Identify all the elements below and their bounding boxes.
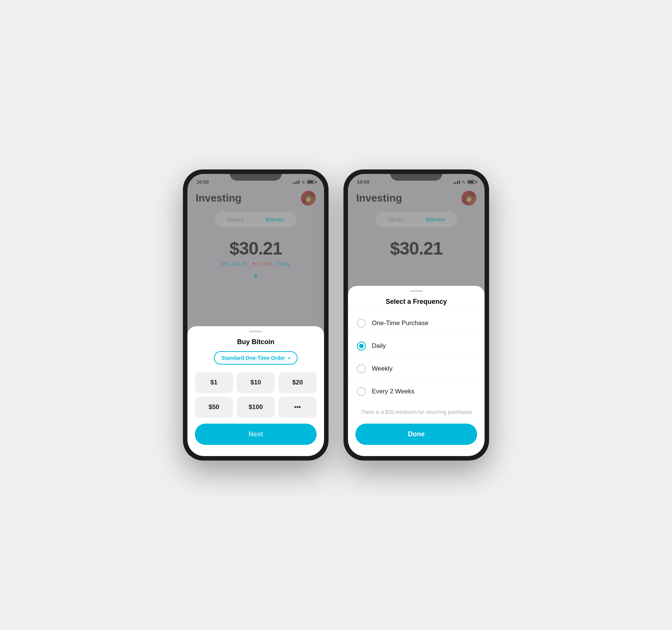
phone-1: 10:00 ∿ Investing bbox=[183, 169, 329, 461]
phone-2: 10:00 ∿ Investing bbox=[343, 169, 489, 461]
freq-label-0: One-Time Purchase bbox=[372, 319, 428, 327]
freq-option-0[interactable]: One-Time Purchase bbox=[348, 312, 485, 335]
amount-btn-4[interactable]: $100 bbox=[237, 397, 275, 418]
freq-title: Select a Frequency bbox=[348, 298, 485, 306]
radio-1 bbox=[357, 341, 366, 350]
radio-3 bbox=[357, 387, 366, 396]
radio-2 bbox=[357, 364, 366, 373]
freq-label-2: Weekly bbox=[372, 365, 392, 372]
freq-option-1[interactable]: Daily bbox=[348, 335, 485, 358]
radio-inner-1 bbox=[359, 344, 364, 348]
order-type-button[interactable]: Standard One-Time Order ▾ bbox=[214, 351, 298, 365]
amount-btn-2[interactable]: $20 bbox=[279, 372, 317, 393]
screen-1: 10:00 ∿ Investing bbox=[187, 174, 324, 456]
sheet-handle-2 bbox=[410, 290, 423, 292]
freq-label-1: Daily bbox=[372, 342, 386, 350]
next-button[interactable]: Next bbox=[195, 424, 317, 445]
done-button[interactable]: Done bbox=[355, 424, 477, 445]
freq-option-2[interactable]: Weekly bbox=[348, 358, 485, 380]
order-type-section: Standard One-Time Order ▾ bbox=[195, 351, 317, 365]
divider-top bbox=[348, 309, 485, 309]
order-type-label: Standard One-Time Order bbox=[221, 355, 285, 361]
amount-grid: $1 $10 $20 $50 $100 ••• bbox=[195, 372, 317, 418]
sheet-handle-1 bbox=[249, 331, 262, 332]
phones-container: 10:00 ∿ Investing bbox=[183, 169, 489, 461]
amount-btn-0[interactable]: $1 bbox=[195, 372, 233, 393]
freq-option-3[interactable]: Every 2 Weeks bbox=[348, 380, 485, 403]
freq-sheet: Select a Frequency One-Time Purchase Dai… bbox=[348, 286, 485, 456]
buy-sheet: Buy Bitcoin Standard One-Time Order ▾ $1… bbox=[187, 326, 324, 456]
chevron-down-icon: ▾ bbox=[288, 356, 290, 360]
freq-label-3: Every 2 Weeks bbox=[372, 388, 414, 395]
radio-0 bbox=[357, 319, 366, 328]
amount-btn-1[interactable]: $10 bbox=[237, 372, 275, 393]
amount-btn-3[interactable]: $50 bbox=[195, 397, 233, 418]
buy-sheet-title: Buy Bitcoin bbox=[195, 338, 317, 346]
amount-btn-5[interactable]: ••• bbox=[279, 397, 317, 418]
screen-2: 10:00 ∿ Investing bbox=[348, 174, 485, 456]
freq-note: There is a $10 minimum for recurring pur… bbox=[348, 403, 485, 421]
